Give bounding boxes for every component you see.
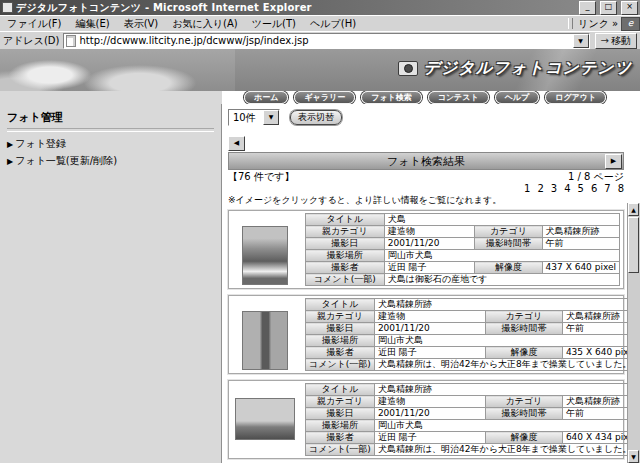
sidebar-link-label[interactable]: フォト登録 [15, 138, 66, 149]
value-category: 犬島精錬所跡 [542, 226, 619, 238]
ie-page-icon [2, 2, 13, 13]
address-dropdown-button[interactable]: ▼ [573, 34, 589, 48]
scrollbar-thumb[interactable] [628, 217, 639, 273]
cloud-photo [0, 49, 235, 91]
address-url[interactable]: http://dcwww.litcity.ne.jp/dcwww/jsp/ind… [79, 35, 569, 46]
window-title: デジタルフォトコンテンツ - Microsoft Internet Explor… [16, 1, 575, 15]
label-location: 撮影場所 [306, 335, 375, 347]
menu-item[interactable]: 編集(E) [69, 17, 117, 31]
address-input[interactable]: http://dcwww.litcity.ne.jp/dcwww/jsp/ind… [63, 33, 589, 49]
page-number-link[interactable]: 3 [551, 183, 557, 194]
scroll-up-icon[interactable]: ▲ [628, 203, 639, 216]
value-location: 岡山市犬島 [374, 420, 640, 432]
label-date: 撮影日 [306, 408, 375, 420]
page-number-link[interactable]: 1 [524, 183, 530, 194]
label-date: 撮影日 [306, 238, 385, 250]
next-page-button[interactable]: ▶ [605, 154, 622, 169]
label-comment: コメント(一部) [306, 274, 385, 286]
photo-thumbnail[interactable] [235, 398, 295, 440]
click-tip-text: ※イメージをクリックすると、より詳しい情報をご覧になれます。 [228, 195, 624, 206]
label-photographer: 撮影者 [306, 432, 375, 444]
menu-item[interactable]: 表示(V) [117, 17, 166, 31]
minimize-button[interactable]: _ [579, 1, 596, 15]
page-number-link[interactable]: 2 [537, 183, 543, 194]
nav-button[interactable]: ホーム [244, 91, 288, 104]
menu-item[interactable]: お気に入り(A) [165, 17, 244, 31]
scroll-down-icon[interactable]: ▼ [628, 450, 639, 463]
value-time-period: 午前 [542, 238, 619, 250]
select-dropdown-icon[interactable]: ▼ [263, 110, 279, 125]
label-category: カテゴリ [475, 226, 542, 238]
sidebar: フォト管理 ▶フォト登録 ▶フォト一覧(更新/削除) [0, 104, 222, 463]
label-resolution: 解像度 [485, 347, 562, 359]
menu-item[interactable]: ツール(T) [245, 17, 303, 31]
nav-spacer [0, 91, 222, 104]
label-comment: コメント(一部) [306, 444, 375, 456]
prev-page-button[interactable]: ◀ [228, 136, 245, 151]
page-number-link[interactable]: 6 [591, 183, 597, 194]
toolbar-divider [568, 18, 573, 29]
menu-item[interactable]: ファイル(F) [0, 17, 69, 31]
value-location: 岡山市犬島 [374, 335, 640, 347]
links-chevron-icon[interactable]: » [612, 18, 618, 29]
page-number-link[interactable]: 5 [578, 183, 584, 194]
photo-column [232, 298, 298, 371]
value-photographer: 近田 陽子 [374, 432, 485, 444]
page-size-select[interactable]: 10件 ▼ [228, 109, 280, 126]
banner: デジタルフォトコンテンツ [0, 49, 640, 91]
label-parent-category: 親カテゴリ [306, 226, 385, 238]
label-date: 撮影日 [306, 323, 375, 335]
menu-right: リンク » e [566, 17, 640, 31]
nav-button[interactable]: コンテスト [428, 91, 489, 104]
photo-record: タイトル 犬島 親カテゴリ 建造物 カテゴリ 犬島精錬所跡 撮影日 [228, 210, 624, 289]
result-toolbar: 10件 ▼ 表示切替 [228, 109, 624, 126]
photo-thumbnail[interactable] [242, 226, 288, 285]
label-time-period: 撮影時間帯 [485, 408, 562, 420]
close-button[interactable]: × [621, 1, 638, 15]
photo-detail-table: タイトル 犬島精錬所跡 親カテゴリ 建造物 カテゴリ 犬島精錬所跡 撮影日 [305, 298, 640, 371]
label-photographer: 撮影者 [306, 347, 375, 359]
photo-thumbnail[interactable] [242, 311, 288, 370]
page-number-link[interactable]: 8 [618, 183, 624, 194]
value-parent-category: 建造物 [374, 311, 485, 323]
label-comment: コメント(一部) [306, 359, 375, 371]
display-switch-button[interactable]: 表示切替 [290, 110, 342, 125]
sidebar-link-label[interactable]: フォト一覧(更新/削除) [15, 155, 117, 166]
nav-button[interactable]: ヘルプ [495, 91, 540, 104]
links-label[interactable]: リンク [578, 17, 609, 31]
label-title: タイトル [306, 384, 375, 396]
result-header-bar: フォト検索結果 ▶ [228, 152, 624, 170]
vertical-scrollbar[interactable]: ▲ ▼ [627, 203, 640, 463]
sidebar-separator [7, 128, 214, 132]
photo-detail-table: タイトル 犬島 親カテゴリ 建造物 カテゴリ 犬島精錬所跡 撮影日 [305, 213, 620, 286]
value-comment: 犬島は御影石の産地です [384, 274, 619, 286]
label-title: タイトル [306, 299, 375, 311]
result-header-title: フォト検索結果 [387, 154, 465, 169]
menu-item[interactable]: ヘルプ(H) [303, 17, 363, 31]
value-title: 犬島 [384, 214, 619, 226]
sidebar-link[interactable]: ▶フォト一覧(更新/削除) [7, 154, 214, 168]
value-title: 犬島精錬所跡 [374, 384, 640, 396]
value-photographer: 近田 陽子 [374, 347, 485, 359]
nav-button[interactable]: フォト検索 [361, 91, 422, 104]
value-photographer: 近田 陽子 [384, 262, 475, 274]
menu-bar: ファイル(F)編集(E)表示(V)お気に入り(A)ツール(T)ヘルプ(H) リン… [0, 15, 640, 31]
nav-button[interactable]: ギャラリー [294, 91, 355, 104]
nav-button[interactable]: ログアウト [545, 91, 606, 104]
value-comment: 犬島精錬所は、明治42年から大正8年まで操業していました。今ではその跡も独特な風… [374, 359, 640, 371]
value-parent-category: 建造物 [384, 226, 475, 238]
value-date: 2001/11/20 [374, 323, 485, 335]
menu-items: ファイル(F)編集(E)表示(V)お気に入り(A)ツール(T)ヘルプ(H) [0, 17, 363, 31]
go-button[interactable]: → 移動 [595, 33, 637, 49]
maximize-button[interactable]: □ [600, 1, 617, 15]
page-number-link[interactable]: 7 [604, 183, 610, 194]
value-date: 2001/11/20 [374, 408, 485, 420]
label-photographer: 撮影者 [306, 262, 385, 274]
label-location: 撮影場所 [306, 420, 375, 432]
page-number-link[interactable]: 4 [564, 183, 570, 194]
label-category: カテゴリ [485, 311, 562, 323]
sidebar-link[interactable]: ▶フォト登録 [7, 137, 214, 151]
photo-detail-table: タイトル 犬島精錬所跡 親カテゴリ 建造物 カテゴリ 犬島精錬所跡 撮影日 [305, 383, 640, 456]
main-area: フォト管理 ▶フォト登録 ▶フォト一覧(更新/削除) 10件 ▼ [0, 104, 640, 463]
label-parent-category: 親カテゴリ [306, 396, 375, 408]
